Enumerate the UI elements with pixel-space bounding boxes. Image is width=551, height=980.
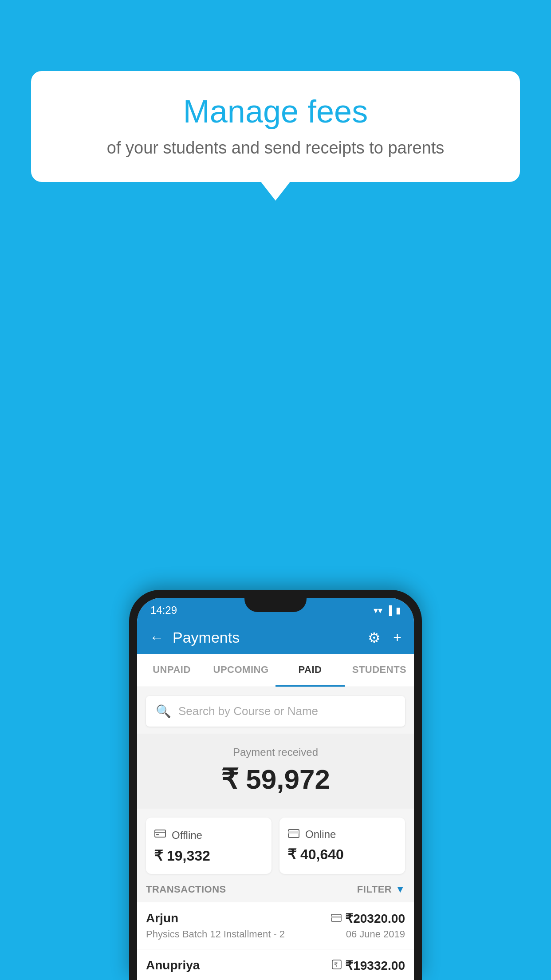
filter-label: FILTER — [357, 884, 392, 895]
transaction-top-1: Arjun ₹20320.00 — [146, 911, 405, 926]
search-bar[interactable]: 🔍 Search by Course or Name — [146, 696, 405, 727]
toolbar-title: Payments — [173, 629, 240, 646]
svg-rect-6 — [331, 916, 341, 918]
transaction-bottom-1: Physics Batch 12 Installment - 2 06 June… — [146, 929, 405, 940]
offline-icon — [154, 827, 166, 843]
payment-amount: ₹ 59,972 — [146, 763, 405, 795]
payment-received-section: Payment received ₹ 59,972 — [137, 734, 414, 809]
svg-text:₹: ₹ — [334, 961, 338, 968]
toolbar: ← Payments ⚙ + — [137, 621, 414, 654]
online-label: Online — [305, 828, 336, 841]
phone-screen: 14:29 ▾▾ ▐ ▮ ← Payments ⚙ + UNPAID UPCOM… — [137, 598, 414, 980]
transactions-label: TRANSACTIONS — [146, 884, 226, 895]
transaction-amount-1: ₹20320.00 — [345, 911, 405, 926]
add-icon[interactable]: + — [393, 629, 401, 646]
toolbar-left: ← Payments — [150, 629, 240, 646]
offline-card-header: Offline — [154, 827, 264, 843]
battery-icon: ▮ — [396, 605, 401, 616]
filter-icon: ▼ — [395, 884, 405, 895]
status-icons: ▾▾ ▐ ▮ — [374, 605, 401, 616]
wifi-icon: ▾▾ — [374, 605, 382, 616]
transactions-header: TRANSACTIONS FILTER ▼ — [137, 874, 414, 902]
tooltip-box: Manage fees of your students and send re… — [31, 71, 520, 182]
settings-icon[interactable]: ⚙ — [368, 629, 381, 646]
transaction-name-1: Arjun — [146, 911, 178, 925]
transaction-rupee-icon-2: ₹ — [332, 960, 342, 972]
svg-rect-0 — [155, 830, 165, 837]
status-time: 14:29 — [150, 604, 177, 616]
offline-amount: ₹ 19,332 — [154, 847, 264, 864]
offline-card: Offline ₹ 19,332 — [146, 818, 272, 874]
transaction-date-1: 06 June 2019 — [346, 929, 405, 940]
tab-unpaid[interactable]: UNPAID — [137, 654, 206, 687]
phone-frame: 14:29 ▾▾ ▐ ▮ ← Payments ⚙ + UNPAID UPCOM… — [129, 590, 422, 980]
payment-cards: Offline ₹ 19,332 Online ₹ 40,640 — [146, 818, 405, 874]
svg-rect-4 — [288, 831, 299, 834]
transaction-name-2: Anupriya — [146, 958, 200, 972]
back-button[interactable]: ← — [150, 629, 164, 646]
search-icon: 🔍 — [156, 704, 171, 719]
tab-students[interactable]: STUDENTS — [345, 654, 414, 687]
tooltip-container: Manage fees of your students and send re… — [31, 71, 520, 182]
transaction-amount-wrap-1: ₹20320.00 — [331, 911, 405, 926]
transaction-amount-wrap-2: ₹ ₹19332.00 — [332, 958, 405, 973]
notch — [244, 598, 307, 612]
tab-upcoming[interactable]: UPCOMING — [206, 654, 276, 687]
tooltip-subtitle: of your students and send receipts to pa… — [58, 138, 493, 158]
svg-rect-2 — [156, 834, 159, 835]
online-card: Online ₹ 40,640 — [279, 818, 405, 874]
online-amount: ₹ 40,640 — [287, 846, 397, 863]
transaction-row-2[interactable]: Anupriya ₹ ₹19332.00 — [137, 949, 414, 980]
transaction-top-2: Anupriya ₹ ₹19332.00 — [146, 958, 405, 973]
filter-container[interactable]: FILTER ▼ — [357, 884, 405, 895]
tab-paid[interactable]: PAID — [276, 654, 345, 687]
online-icon — [287, 827, 300, 842]
transaction-row-1[interactable]: Arjun ₹20320.00 Physics Batch 12 Install… — [137, 902, 414, 949]
offline-label: Offline — [172, 829, 202, 842]
online-card-header: Online — [287, 827, 397, 842]
transaction-course-1: Physics Batch 12 Installment - 2 — [146, 929, 285, 940]
transaction-amount-2: ₹19332.00 — [345, 958, 405, 973]
search-placeholder: Search by Course or Name — [178, 704, 318, 718]
tooltip-title: Manage fees — [58, 93, 493, 130]
signal-icon: ▐ — [386, 605, 392, 616]
toolbar-right: ⚙ + — [368, 629, 401, 646]
payment-label: Payment received — [146, 746, 405, 759]
transaction-card-icon-1 — [331, 913, 342, 925]
tabs-container: UNPAID UPCOMING PAID STUDENTS — [137, 654, 414, 687]
